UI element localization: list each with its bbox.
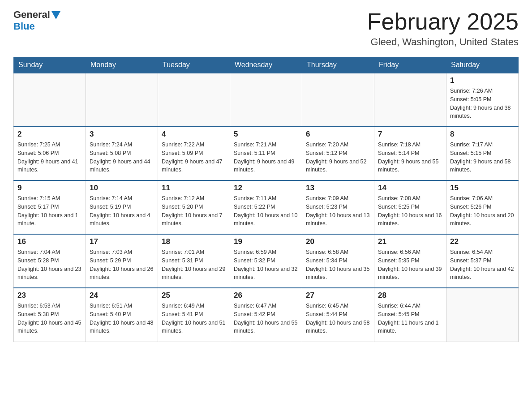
calendar-cell [302, 73, 374, 127]
day-info: Sunrise: 6:44 AM Sunset: 5:45 PM Dayligh… [378, 302, 442, 335]
calendar-header-row: SundayMondayTuesdayWednesdayThursdayFrid… [14, 57, 519, 73]
logo: General Blue [13, 9, 60, 32]
day-info: Sunrise: 7:24 AM Sunset: 5:08 PM Dayligh… [90, 141, 154, 174]
day-info: Sunrise: 7:06 AM Sunset: 5:26 PM Dayligh… [450, 194, 515, 228]
day-info: Sunrise: 7:21 AM Sunset: 5:11 PM Dayligh… [234, 141, 298, 174]
calendar-cell [446, 288, 519, 342]
day-info: Sunrise: 7:09 AM Sunset: 5:23 PM Dayligh… [306, 194, 370, 228]
calendar-cell: 9Sunrise: 7:15 AM Sunset: 5:17 PM Daylig… [14, 180, 86, 234]
day-info: Sunrise: 6:51 AM Sunset: 5:40 PM Dayligh… [90, 302, 154, 335]
day-info: Sunrise: 6:56 AM Sunset: 5:35 PM Dayligh… [378, 248, 442, 282]
day-number: 13 [306, 184, 370, 193]
day-info: Sunrise: 7:04 AM Sunset: 5:28 PM Dayligh… [17, 248, 82, 282]
calendar-cell: 25Sunrise: 6:49 AM Sunset: 5:41 PM Dayli… [158, 288, 230, 342]
calendar-cell: 5Sunrise: 7:21 AM Sunset: 5:11 PM Daylig… [230, 127, 302, 180]
calendar-cell: 15Sunrise: 7:06 AM Sunset: 5:26 PM Dayli… [446, 180, 519, 234]
calendar-cell [230, 73, 302, 127]
calendar-cell: 8Sunrise: 7:17 AM Sunset: 5:15 PM Daylig… [446, 127, 519, 180]
calendar-cell: 13Sunrise: 7:09 AM Sunset: 5:23 PM Dayli… [302, 180, 374, 234]
calendar-table: SundayMondayTuesdayWednesdayThursdayFrid… [13, 57, 519, 342]
day-info: Sunrise: 7:17 AM Sunset: 5:15 PM Dayligh… [450, 141, 515, 174]
day-info: Sunrise: 7:03 AM Sunset: 5:29 PM Dayligh… [90, 248, 154, 282]
calendar-cell: 12Sunrise: 7:11 AM Sunset: 5:22 PM Dayli… [230, 180, 302, 234]
day-number: 23 [17, 291, 82, 300]
day-number: 28 [378, 291, 442, 300]
day-number: 7 [378, 130, 442, 139]
calendar-cell: 21Sunrise: 6:56 AM Sunset: 5:35 PM Dayli… [374, 234, 446, 288]
day-info: Sunrise: 6:53 AM Sunset: 5:38 PM Dayligh… [17, 302, 82, 335]
svg-marker-0 [51, 11, 60, 19]
calendar-cell: 23Sunrise: 6:53 AM Sunset: 5:38 PM Dayli… [14, 288, 86, 342]
day-header-thursday: Thursday [302, 57, 374, 73]
calendar-cell [86, 73, 158, 127]
day-info: Sunrise: 7:20 AM Sunset: 5:12 PM Dayligh… [306, 141, 370, 174]
day-number: 4 [162, 130, 226, 139]
calendar-cell: 1Sunrise: 7:26 AM Sunset: 5:05 PM Daylig… [446, 73, 519, 127]
title-section: February 2025 Gleed, Washington, United … [367, 9, 519, 48]
day-header-monday: Monday [86, 57, 158, 73]
calendar-cell: 24Sunrise: 6:51 AM Sunset: 5:40 PM Dayli… [86, 288, 158, 342]
day-number: 10 [90, 184, 154, 193]
day-info: Sunrise: 6:59 AM Sunset: 5:32 PM Dayligh… [234, 248, 298, 282]
day-number: 12 [234, 184, 298, 193]
day-number: 11 [162, 184, 226, 193]
day-header-friday: Friday [374, 57, 446, 73]
day-number: 24 [90, 291, 154, 300]
day-info: Sunrise: 6:49 AM Sunset: 5:41 PM Dayligh… [162, 302, 226, 335]
day-info: Sunrise: 7:15 AM Sunset: 5:17 PM Dayligh… [17, 194, 82, 228]
day-number: 19 [234, 237, 298, 246]
logo-blue-text: Blue [13, 21, 35, 32]
calendar-cell: 3Sunrise: 7:24 AM Sunset: 5:08 PM Daylig… [86, 127, 158, 180]
location: Gleed, Washington, United States [367, 36, 519, 48]
calendar-cell: 10Sunrise: 7:14 AM Sunset: 5:19 PM Dayli… [86, 180, 158, 234]
calendar-cell: 28Sunrise: 6:44 AM Sunset: 5:45 PM Dayli… [374, 288, 446, 342]
day-info: Sunrise: 6:45 AM Sunset: 5:44 PM Dayligh… [306, 302, 370, 335]
day-number: 25 [162, 291, 226, 300]
day-info: Sunrise: 7:26 AM Sunset: 5:05 PM Dayligh… [450, 87, 515, 120]
day-number: 3 [90, 130, 154, 139]
day-number: 20 [306, 237, 370, 246]
calendar-cell: 4Sunrise: 7:22 AM Sunset: 5:09 PM Daylig… [158, 127, 230, 180]
day-number: 6 [306, 130, 370, 139]
day-info: Sunrise: 7:18 AM Sunset: 5:14 PM Dayligh… [378, 141, 442, 174]
day-number: 22 [450, 237, 515, 246]
calendar-cell [158, 73, 230, 127]
calendar-cell: 6Sunrise: 7:20 AM Sunset: 5:12 PM Daylig… [302, 127, 374, 180]
logo-general-text: General [13, 9, 50, 21]
page-header: General Blue February 2025 Gleed, Washin… [13, 9, 519, 48]
month-title: February 2025 [367, 9, 519, 34]
day-info: Sunrise: 6:47 AM Sunset: 5:42 PM Dayligh… [234, 302, 298, 335]
calendar-cell: 2Sunrise: 7:25 AM Sunset: 5:06 PM Daylig… [14, 127, 86, 180]
day-number: 16 [17, 237, 82, 246]
day-header-sunday: Sunday [14, 57, 86, 73]
day-number: 8 [450, 130, 515, 139]
day-info: Sunrise: 7:25 AM Sunset: 5:06 PM Dayligh… [17, 141, 82, 174]
day-info: Sunrise: 6:58 AM Sunset: 5:34 PM Dayligh… [306, 248, 370, 282]
day-info: Sunrise: 6:54 AM Sunset: 5:37 PM Dayligh… [450, 248, 515, 282]
day-number: 26 [234, 291, 298, 300]
calendar-cell: 22Sunrise: 6:54 AM Sunset: 5:37 PM Dayli… [446, 234, 519, 288]
week-row-1: 1Sunrise: 7:26 AM Sunset: 5:05 PM Daylig… [14, 73, 519, 127]
day-number: 18 [162, 237, 226, 246]
day-header-wednesday: Wednesday [230, 57, 302, 73]
calendar-cell: 27Sunrise: 6:45 AM Sunset: 5:44 PM Dayli… [302, 288, 374, 342]
day-info: Sunrise: 7:11 AM Sunset: 5:22 PM Dayligh… [234, 194, 298, 228]
week-row-4: 16Sunrise: 7:04 AM Sunset: 5:28 PM Dayli… [14, 234, 519, 288]
calendar-cell: 11Sunrise: 7:12 AM Sunset: 5:20 PM Dayli… [158, 180, 230, 234]
calendar-cell: 17Sunrise: 7:03 AM Sunset: 5:29 PM Dayli… [86, 234, 158, 288]
week-row-3: 9Sunrise: 7:15 AM Sunset: 5:17 PM Daylig… [14, 180, 519, 234]
week-row-2: 2Sunrise: 7:25 AM Sunset: 5:06 PM Daylig… [14, 127, 519, 180]
logo-triangle-icon [51, 11, 60, 19]
calendar-cell: 14Sunrise: 7:08 AM Sunset: 5:25 PM Dayli… [374, 180, 446, 234]
day-header-tuesday: Tuesday [158, 57, 230, 73]
calendar-cell [14, 73, 86, 127]
day-number: 21 [378, 237, 442, 246]
calendar-cell: 20Sunrise: 6:58 AM Sunset: 5:34 PM Dayli… [302, 234, 374, 288]
calendar-cell: 16Sunrise: 7:04 AM Sunset: 5:28 PM Dayli… [14, 234, 86, 288]
calendar-cell: 18Sunrise: 7:01 AM Sunset: 5:31 PM Dayli… [158, 234, 230, 288]
day-number: 15 [450, 184, 515, 193]
day-number: 1 [450, 76, 515, 85]
day-info: Sunrise: 7:01 AM Sunset: 5:31 PM Dayligh… [162, 248, 226, 282]
calendar-cell: 19Sunrise: 6:59 AM Sunset: 5:32 PM Dayli… [230, 234, 302, 288]
day-number: 17 [90, 237, 154, 246]
